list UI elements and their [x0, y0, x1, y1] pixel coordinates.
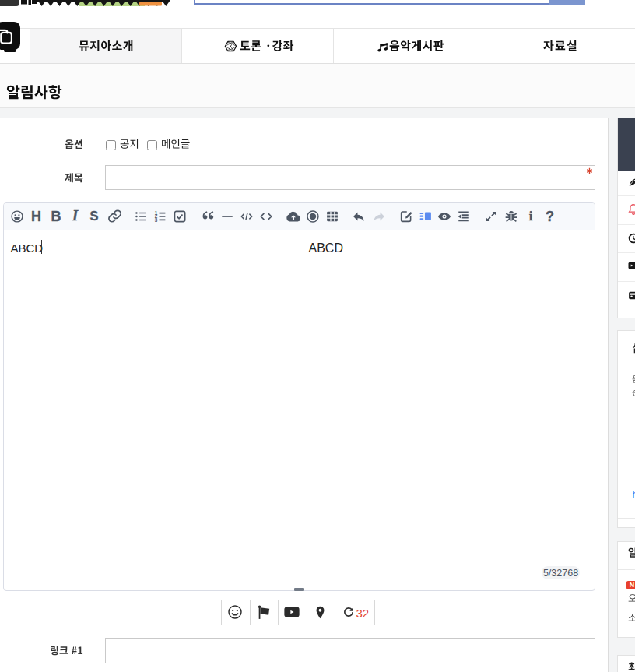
svg-text:3: 3 [155, 216, 158, 222]
